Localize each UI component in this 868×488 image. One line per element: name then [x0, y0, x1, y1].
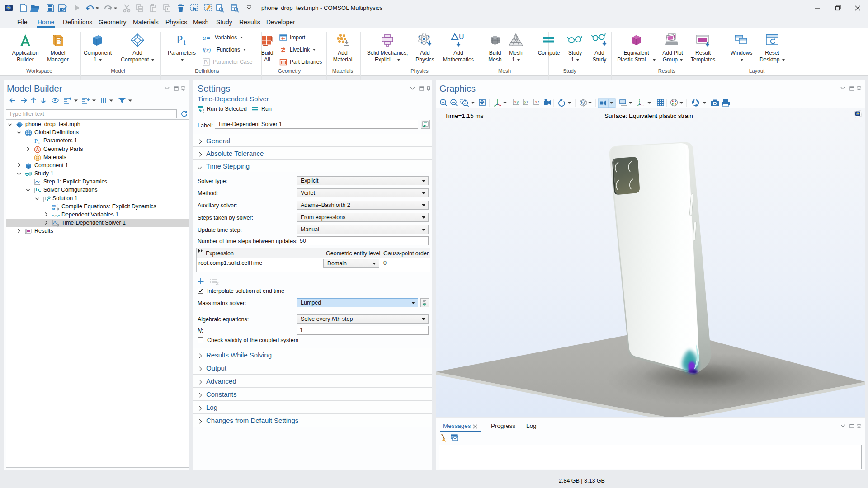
- svg-text:u,v,w: u,v,w: [52, 213, 60, 217]
- svg-text:f: f: [57, 203, 58, 207]
- svg-text:a: a: [203, 34, 206, 41]
- svg-text:Time=1.15 ms: Time=1.15 ms: [445, 113, 484, 119]
- svg-text:Surface: Equivalent plastic st: Surface: Equivalent plastic strain: [604, 113, 693, 119]
- svg-text:i: i: [184, 38, 186, 47]
- svg-text:i: i: [38, 140, 40, 145]
- svg-text:i: i: [207, 61, 208, 65]
- svg-text:f(x): f(x): [203, 47, 211, 53]
- svg-text:y: y: [517, 100, 519, 104]
- svg-text:z: z: [538, 100, 539, 104]
- svg-text:P: P: [34, 137, 38, 144]
- svg-text:x: x: [514, 100, 516, 104]
- svg-text:y: y: [524, 100, 526, 104]
- svg-text:z: z: [527, 100, 528, 104]
- svg-text:P: P: [176, 33, 183, 46]
- svg-text:x: x: [535, 100, 537, 104]
- svg-text:U: U: [459, 33, 464, 41]
